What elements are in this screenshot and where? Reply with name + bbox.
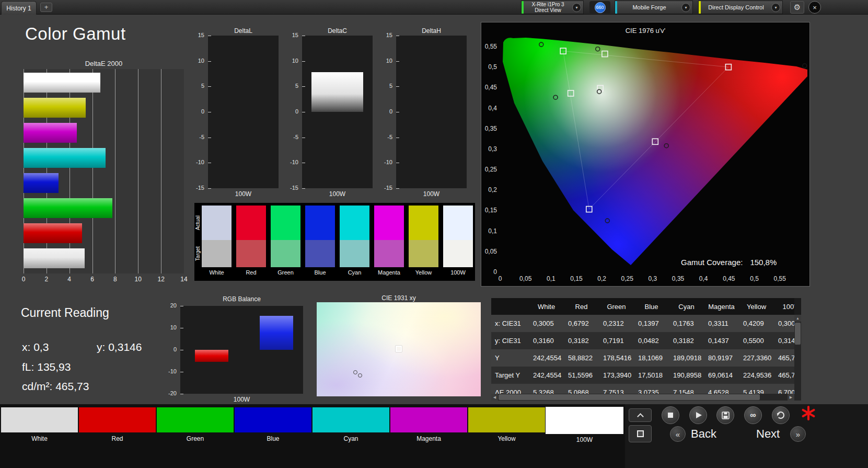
axis-tick-label: 0 — [22, 276, 26, 283]
close-button[interactable]: × — [808, 1, 821, 14]
tick-mark — [302, 36, 305, 36]
swatch-target-yellow — [409, 240, 438, 267]
layout-square-button[interactable] — [629, 425, 652, 442]
save-button[interactable] — [716, 406, 734, 424]
patch-color — [1, 407, 78, 432]
play-button[interactable] — [689, 406, 707, 424]
tab-label: History 1 — [6, 5, 31, 12]
axis-tick-label: 8 — [113, 276, 117, 283]
table-cell: 4,6528 — [704, 384, 739, 394]
scroll-right-button[interactable]: ▶ — [788, 394, 794, 401]
axis-tick-label: 12 — [157, 276, 164, 283]
table-vertical-scrollbar[interactable]: ▲ ▼ — [794, 315, 801, 401]
axis-tick-label: -10 — [196, 159, 204, 165]
settings-gear-button[interactable]: ⚙ — [790, 1, 804, 14]
chevron-down-icon[interactable]: ▾ — [572, 3, 581, 12]
stop-button[interactable] — [662, 406, 679, 424]
column-header-red: Red — [564, 298, 599, 315]
tick-mark — [396, 138, 399, 138]
test-patch-magenta[interactable]: Magenta — [390, 407, 467, 442]
next-chevron-button[interactable]: » — [790, 426, 806, 442]
tab-history-1[interactable]: History 1 — [1, 1, 37, 15]
gamut-coverage-value: 150,8% — [750, 258, 777, 267]
display-control-selector[interactable]: Direct Display Control ▾ — [698, 1, 783, 14]
table-horizontal-scrollbar[interactable]: ◀ ▶ — [491, 394, 794, 401]
scroll-left-button[interactable]: ◀ — [491, 394, 498, 401]
chart-title: RGB Balance — [180, 295, 303, 303]
deltae-bar-blue — [24, 173, 59, 193]
infinity-icon: ∞ — [750, 410, 756, 420]
chevron-down-icon[interactable]: ▾ — [681, 3, 690, 12]
table-cell: 0,5500 — [739, 332, 774, 349]
meter-selector[interactable]: X-Rite i1Pro 3Direct View ▾ — [521, 1, 584, 14]
play-icon — [696, 412, 702, 418]
deltae2000-chart: DeltaE 2000 02468101214 — [24, 59, 184, 287]
tick-mark — [396, 188, 399, 189]
table-cell: 51,5596 — [564, 367, 599, 384]
table-row: x: CIE310,30050,67920,23120,13970,17630,… — [491, 315, 794, 332]
test-patch-green[interactable]: Green — [157, 407, 234, 442]
swatch-column-green: Green — [271, 206, 300, 276]
test-patch-red[interactable]: Red — [79, 407, 156, 442]
table-row: ΔE 20005,32685,08687,75133,07357,15484,6… — [491, 384, 794, 394]
back-chevron-button[interactable]: « — [670, 426, 686, 442]
refresh-button[interactable] — [772, 406, 790, 424]
axis-tick-label: 0,05 — [519, 275, 531, 282]
test-patch-cyan[interactable]: Cyan — [313, 407, 389, 442]
scrollbar-thumb[interactable] — [795, 323, 801, 345]
swatch-target-blue — [305, 240, 335, 267]
swatch-actual-blue — [305, 206, 335, 240]
stop-icon — [668, 413, 673, 418]
test-patch-yellow[interactable]: Yellow — [468, 407, 545, 442]
tick-mark — [396, 112, 399, 112]
row-label: Y — [491, 349, 529, 367]
column-header-yellow: Yellow — [739, 298, 774, 315]
rgb-balance-plot — [180, 306, 303, 394]
axis-tick-label: 0,2 — [597, 275, 606, 282]
collapse-panel-button[interactable] — [629, 408, 652, 422]
back-button[interactable]: Back — [691, 427, 716, 441]
top-bar: History 1 + X-Rite i1Pro 3Direct View ▾ … — [0, 0, 868, 15]
test-patch-white[interactable]: White — [1, 407, 78, 442]
deltae2000-x-axis: 02468101214 — [24, 276, 184, 284]
deltae-bar-magenta — [24, 123, 77, 143]
patch-color — [468, 407, 545, 432]
reading-cdm2: cd/m²: 465,73 — [22, 380, 89, 393]
source-label: Mobile Forge — [617, 4, 681, 11]
y-axis-labels: 20100-10-20 — [166, 306, 178, 394]
table-cell: 7,7513 — [599, 384, 634, 394]
swatch-label: Red — [236, 269, 266, 276]
test-patch-blue[interactable]: Blue — [235, 407, 311, 442]
tick-mark — [302, 163, 305, 163]
axis-tick-label: -10 — [290, 159, 298, 165]
swatch-actual-cyan — [340, 206, 369, 240]
source-selector[interactable]: Mobile Forge ▾ — [615, 1, 693, 14]
axis-tick-label: -5 — [293, 134, 298, 140]
cie1976-panel: CIE 1976 u'v' 0,550,50,450,40,350,30,250… — [481, 22, 810, 287]
chevron-down-icon[interactable]: ▾ — [771, 3, 780, 12]
tick-mark — [180, 328, 183, 328]
axis-tick-label: 10 — [135, 276, 142, 283]
table-cell: 5,4139 — [739, 384, 774, 394]
swatch-actual-red — [236, 206, 266, 240]
table-cell: 0,3182 — [669, 332, 704, 349]
patch-label: Blue — [235, 435, 311, 442]
deltae-bar-green — [24, 198, 112, 218]
refresh-icon — [777, 412, 784, 419]
session-controls: ∞ « Back Next » — [625, 404, 868, 468]
next-button[interactable]: Next — [756, 427, 780, 441]
table-cell: 5,0868 — [564, 384, 599, 394]
cie1931-diagram — [317, 302, 481, 396]
scrollbar-thumb[interactable] — [499, 394, 760, 400]
add-tab-button[interactable]: + — [40, 3, 52, 12]
axis-tick-label: 5 — [201, 83, 204, 89]
target-point-square — [396, 346, 402, 352]
axis-tick-label: 4 — [67, 276, 71, 283]
scroll-up-button[interactable]: ▲ — [794, 315, 801, 322]
continuous-loop-button[interactable]: ∞ — [744, 406, 762, 424]
test-patch-100w[interactable]: 100W — [546, 407, 623, 443]
chart-title: DeltaE 2000 — [24, 60, 184, 67]
deltae-bar-100w — [24, 73, 100, 93]
tick-mark — [396, 86, 399, 87]
column-header-white: White — [529, 298, 564, 315]
